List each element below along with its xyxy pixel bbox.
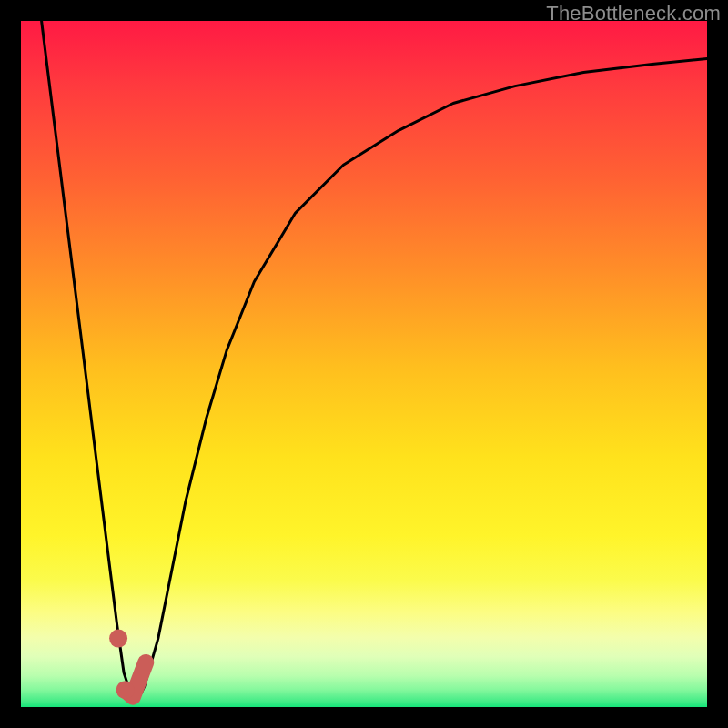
curve-path	[42, 21, 707, 701]
bottleneck-curve	[21, 21, 707, 707]
chart-frame: TheBottleneck.com	[0, 0, 728, 728]
marker-point-b	[116, 681, 135, 699]
marker-point-a	[109, 630, 127, 648]
plot-area	[21, 21, 707, 707]
watermark-text: TheBottleneck.com	[546, 2, 721, 25]
